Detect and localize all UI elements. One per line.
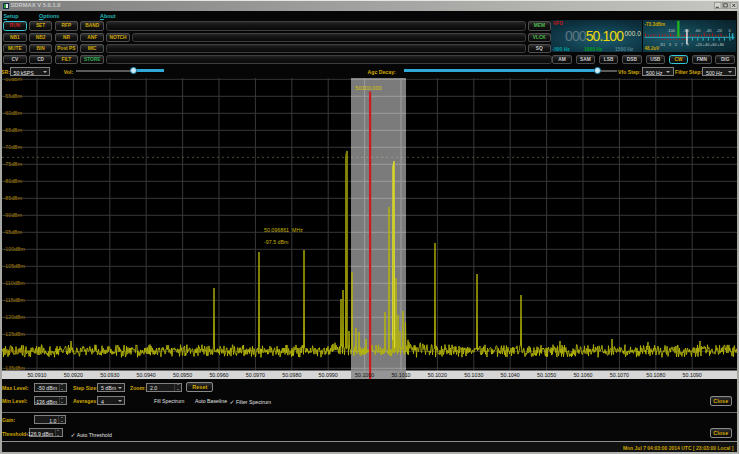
svg-text:50.1080: 50.1080 [646,372,665,378]
svg-text:-110dBm: -110dBm [4,280,26,286]
svg-text:-40: -40 [706,28,713,33]
svg-text:50.1070: 50.1070 [610,372,629,378]
svg-text:48.2uV: 48.2uV [645,47,661,52]
svg-text:50.0940: 50.0940 [137,372,156,378]
svg-text:-70dBm: -70dBm [4,144,23,150]
svg-text:50.0920: 50.0920 [64,372,83,378]
svg-text:50.1000: 50.1000 [355,372,374,378]
svg-text:-105dBm: -105dBm [4,263,26,269]
svg-text:-50dBm: -50dBm [4,78,23,82]
svg-text:50.0930: 50.0930 [100,372,119,378]
svg-text:50.1090: 50.1090 [683,372,702,378]
svg-text:50.1030: 50.1030 [464,372,483,378]
svg-text:-130dBm: -130dBm [4,348,26,354]
svg-text:-97.5 dBm: -97.5 dBm [264,239,289,245]
svg-text:50.1020: 50.1020 [428,372,447,378]
svg-text:50.0990: 50.0990 [319,372,338,378]
svg-text:50.1010: 50.1010 [391,372,410,378]
svg-text:-60: -60 [695,28,702,33]
svg-text:-65dBm: -65dBm [4,127,23,133]
svg-text:50.1050: 50.1050 [537,372,556,378]
svg-text:-73.3dBm: -73.3dBm [645,22,666,27]
svg-text:50.0980: 50.0980 [282,372,301,378]
svg-text:+80: +80 [717,43,725,48]
svg-text:50.0960: 50.0960 [209,372,228,378]
svg-text:50100.000: 50100.000 [355,85,381,91]
svg-text:-85dBm: -85dBm [4,195,23,201]
svg-text:-115dBm: -115dBm [4,297,26,303]
svg-text:-135dBm: -135dBm [4,365,26,371]
svg-text:-80dBm: -80dBm [4,178,23,184]
svg-text:-125dBm: -125dBm [4,331,26,337]
svg-text:-55dBm: -55dBm [4,93,23,99]
svg-text:-75dBm: -75dBm [4,161,23,167]
svg-text:-100dBm: -100dBm [4,246,26,252]
svg-text:S1: S1 [661,43,667,48]
svg-text:-95dBm: -95dBm [4,229,23,235]
svg-text:-120dBm: -120dBm [4,314,26,320]
svg-text:-100: -100 [667,28,676,33]
svg-text:50.1040: 50.1040 [501,372,520,378]
svg-text:50.0970: 50.0970 [246,372,265,378]
svg-text:-20: -20 [716,28,723,33]
svg-text:-60dBm: -60dBm [4,110,23,116]
svg-text:50.0950: 50.0950 [173,372,192,378]
svg-text:50.1060: 50.1060 [573,372,592,378]
svg-text:50.0910: 50.0910 [27,372,46,378]
svg-text:50.096861 MHz: 50.096861 MHz [264,227,303,233]
svg-text:-90dBm: -90dBm [4,212,23,218]
